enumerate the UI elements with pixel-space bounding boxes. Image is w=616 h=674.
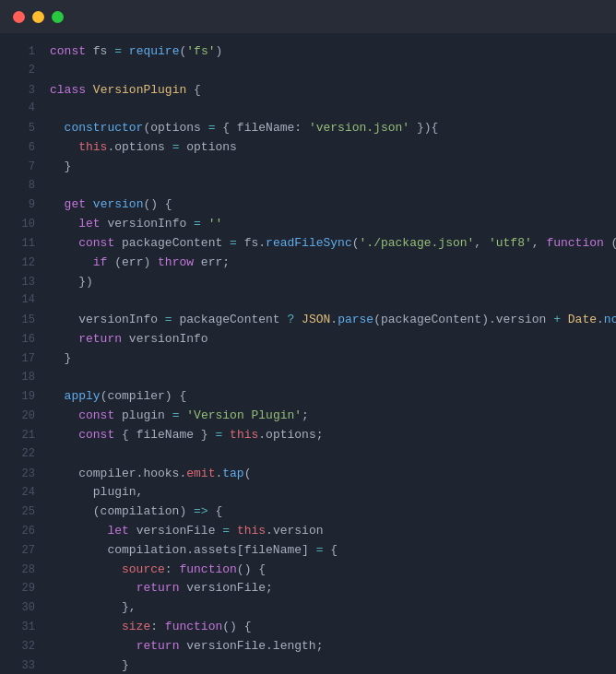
line-33: 33 }: [0, 656, 616, 675]
line-number: 6: [9, 139, 35, 157]
line-number: 33: [9, 657, 35, 675]
line-content: if (err) throw err;: [50, 254, 607, 273]
line-content: class VersionPlugin {: [50, 81, 607, 101]
line-content: },: [50, 598, 607, 618]
line-number: 31: [9, 619, 35, 636]
line-number: 13: [9, 274, 35, 291]
line-content: return versionFile;: [50, 579, 607, 598]
line-content: get version() {: [50, 195, 607, 215]
line-30: 30 },: [0, 598, 616, 618]
line-7: 7 }: [0, 158, 616, 177]
line-number: 29: [9, 580, 35, 597]
line-21: 21 const { fileName } = this.options;: [0, 426, 616, 445]
line-number: 17: [9, 350, 35, 368]
line-number: 15: [9, 312, 35, 329]
line-5: 5 constructor(options = { fileName: 'ver…: [0, 119, 616, 138]
line-number: 18: [9, 369, 35, 386]
line-content: return versionFile.length;: [50, 637, 607, 656]
line-content: compiler.hooks.emit.tap(: [50, 465, 607, 484]
line-16: 16 return versionInfo: [0, 330, 616, 349]
line-content: plugin,: [50, 483, 607, 503]
line-number: 7: [9, 159, 35, 176]
line-content: source: function() {: [50, 561, 607, 580]
line-12: 12 if (err) throw err;: [0, 254, 616, 273]
line-number: 5: [9, 120, 35, 137]
line-26: 26 let versionFile = this.version: [0, 522, 616, 541]
line-number: 19: [9, 388, 35, 406]
window: 1 const fs = require('fs') 2 3 class Ver…: [0, 0, 616, 674]
line-number: 14: [9, 291, 35, 309]
line-29: 29 return versionFile;: [0, 579, 616, 598]
line-number: 11: [9, 235, 35, 253]
line-content: let versionFile = this.version: [50, 522, 607, 541]
line-number: 10: [9, 216, 35, 233]
line-23: 23 compiler.hooks.emit.tap(: [0, 465, 616, 484]
line-content: const fs = require('fs'): [50, 42, 607, 62]
line-25: 25 (compilation) => {: [0, 503, 616, 522]
line-27: 27 compilation.assets[fileName] = {: [0, 541, 616, 561]
line-content: size: function() {: [50, 618, 607, 637]
line-content: return versionInfo: [50, 330, 607, 349]
line-content: }: [50, 349, 607, 369]
line-content: (compilation) => {: [50, 503, 607, 522]
line-number: 2: [9, 62, 35, 79]
line-18: 18: [0, 369, 616, 388]
titlebar: [0, 0, 616, 33]
line-number: 8: [9, 177, 35, 195]
line-content: const { fileName } = this.options;: [50, 426, 607, 445]
line-2: 2: [0, 62, 616, 81]
line-number: 26: [9, 523, 35, 540]
line-content: apply(compiler) {: [50, 387, 607, 407]
line-content: let versionInfo = '': [50, 215, 607, 234]
line-content: this.options = options: [50, 138, 607, 158]
line-4: 4: [0, 100, 616, 119]
line-28: 28 source: function() {: [0, 561, 616, 580]
line-14: 14: [0, 291, 616, 311]
line-number: 30: [9, 599, 35, 617]
line-19: 19 apply(compiler) {: [0, 387, 616, 407]
close-button[interactable]: [13, 11, 25, 23]
line-number: 20: [9, 408, 35, 425]
line-number: 28: [9, 562, 35, 579]
line-11: 11 const packageContent = fs.readFileSyn…: [0, 234, 616, 254]
line-number: 25: [9, 503, 35, 521]
line-content: }: [50, 656, 607, 675]
line-number: 22: [9, 445, 35, 463]
line-content: versionInfo = packageContent ? JSON.pars…: [50, 311, 616, 330]
line-number: 23: [9, 466, 35, 483]
line-20: 20 const plugin = 'Version Plugin';: [0, 407, 616, 426]
line-17: 17 }: [0, 349, 616, 369]
line-32: 32 return versionFile.length;: [0, 637, 616, 656]
maximize-button[interactable]: [52, 11, 64, 23]
line-31: 31 size: function() {: [0, 618, 616, 637]
line-number: 4: [9, 100, 35, 117]
line-number: 3: [9, 82, 35, 100]
line-22: 22: [0, 445, 616, 465]
line-24: 24 plugin,: [0, 483, 616, 503]
line-1: 1 const fs = require('fs'): [0, 42, 616, 62]
line-content: const plugin = 'Version Plugin';: [50, 407, 607, 426]
line-content: }): [50, 273, 607, 292]
line-number: 16: [9, 331, 35, 349]
line-content: compilation.assets[fileName] = {: [50, 541, 607, 561]
line-15: 15 versionInfo = packageContent ? JSON.p…: [0, 311, 616, 330]
line-content: }: [50, 158, 607, 177]
line-number: 27: [9, 542, 35, 560]
minimize-button[interactable]: [32, 11, 44, 23]
line-3: 3 class VersionPlugin {: [0, 81, 616, 101]
line-number: 1: [9, 43, 35, 61]
line-content: const packageContent = fs.readFileSync('…: [50, 234, 616, 254]
line-number: 21: [9, 427, 35, 444]
line-number: 12: [9, 254, 35, 272]
line-content: constructor(options = { fileName: 'versi…: [50, 119, 607, 138]
code-editor: 1 const fs = require('fs') 2 3 class Ver…: [0, 33, 616, 674]
line-6: 6 this.options = options: [0, 138, 616, 158]
line-13: 13 }): [0, 273, 616, 292]
line-8: 8: [0, 177, 616, 196]
line-10: 10 let versionInfo = '': [0, 215, 616, 234]
line-number: 9: [9, 196, 35, 214]
line-number: 32: [9, 638, 35, 656]
line-9: 9 get version() {: [0, 195, 616, 215]
line-number: 24: [9, 484, 35, 502]
